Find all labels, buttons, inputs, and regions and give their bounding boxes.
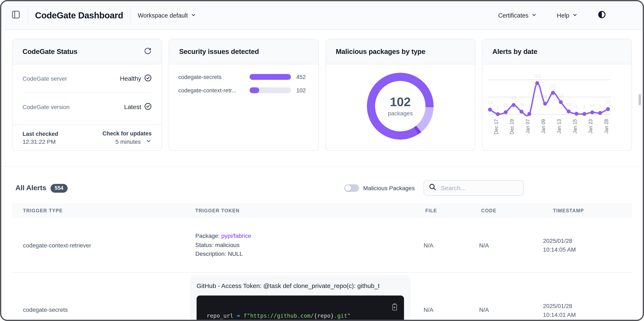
- chart-point: [551, 91, 555, 95]
- chart-point: [488, 108, 492, 112]
- chart-point-label: 11: [503, 103, 508, 108]
- chart-point: [574, 112, 578, 116]
- search-input[interactable]: [440, 184, 518, 192]
- alerts-line-chart: 24111481421615511163153210727Dec 17Dec 1…: [482, 64, 632, 150]
- packages-card-body: 102 packages: [326, 64, 475, 150]
- column-header-file: FILE: [425, 203, 437, 218]
- code-token-operator: =: [237, 313, 244, 319]
- malicious-packages-card: Malicious packages by type 102 packages: [325, 39, 476, 151]
- clipboard-copy-icon: [391, 303, 398, 312]
- security-issue-label: codegate-context-retr...: [178, 87, 250, 93]
- code-block: repo_url = f"https://github.com/{repo}.g…: [196, 295, 404, 321]
- table-row: codegate-secrets GitHub - Access Token: …: [12, 272, 632, 321]
- status-row-label: CodeGate version: [22, 103, 70, 110]
- chart-point: [559, 100, 562, 104]
- chart-x-tick: Jan 09: [540, 119, 546, 133]
- search-icon: [429, 184, 436, 192]
- security-card-header: Security issues detected: [169, 39, 318, 64]
- cell-file: N/A: [424, 272, 434, 313]
- donut-center-label: 102 packages: [367, 73, 434, 140]
- chart-x-tick: Jan 15: [572, 119, 578, 133]
- alerts-chart-body: 24111481421615511163153210727Dec 17Dec 1…: [482, 64, 632, 150]
- chart-point: [590, 110, 594, 114]
- search-box: [424, 180, 524, 196]
- header-divider: [130, 8, 131, 23]
- codegate-status-card: CodeGate Status CodeGate server Healthy: [12, 39, 162, 151]
- malicious-packages-toggle[interactable]: [344, 184, 359, 192]
- copy-code-button[interactable]: [391, 303, 398, 312]
- cell-trigger-token: Package: pypi/fabrice Status: malicious …: [195, 218, 251, 272]
- security-issue-bar: [250, 87, 291, 93]
- certificates-menu[interactable]: Certificates: [498, 12, 537, 19]
- chart-point: [543, 102, 547, 106]
- chart-point-label: 161: [533, 74, 541, 79]
- toggle-knob: [345, 185, 351, 191]
- security-issue-row: codegate-secrets452: [178, 70, 306, 84]
- cell-trigger-type: codegate-context-retriever: [23, 218, 91, 272]
- cell-timestamp: 2025/01/28 10:14:05 AM: [543, 218, 576, 272]
- last-checked-label: Last checked: [22, 131, 58, 137]
- chart-point: [606, 107, 610, 111]
- chart-point-label: 14: [519, 102, 524, 107]
- chart-x-tick: Dec 19: [509, 119, 514, 134]
- cell-timestamp: 2025/01/28 10:14:01 AM: [543, 272, 576, 319]
- chevron-down-icon: [191, 12, 196, 19]
- package-link[interactable]: pypi/fabrice: [222, 233, 251, 239]
- screenshot-stage: CodeGate Dashboard Workspace default Cer…: [0, 0, 644, 321]
- last-checked-value: 12:31:22 PM: [22, 138, 58, 145]
- check-updates-select[interactable]: 5 minutes: [102, 138, 152, 145]
- chart-point-label: 2: [528, 104, 530, 109]
- status-card-body: CodeGate server Healthy CodeGate version: [12, 64, 162, 150]
- code-token-plain: repo_url: [206, 313, 237, 319]
- check-circle-icon: [144, 103, 152, 111]
- theme-toggle-button[interactable]: [598, 11, 606, 20]
- token-line: Package: pypi/fabrice: [195, 232, 251, 241]
- alerts-count-badge: 554: [50, 184, 68, 193]
- cell-code: N/A: [479, 218, 489, 272]
- security-issue-bar-fill: [250, 87, 259, 93]
- status-row-value: Healthy: [120, 75, 141, 82]
- security-issue-row: codegate-context-retr...102: [178, 84, 306, 97]
- refresh-button[interactable]: [144, 47, 152, 56]
- check-updates-value: 5 minutes: [116, 138, 141, 145]
- security-issue-value: 452: [291, 74, 306, 80]
- chart-point: [520, 110, 524, 114]
- chevron-down-icon: [146, 138, 152, 145]
- chart-point-label: 3: [575, 104, 578, 109]
- code-line: repo_url = f"https://github.com/{repo}.g…: [206, 313, 394, 319]
- status-card-header: CodeGate Status: [12, 39, 162, 64]
- cell-code: N/A: [479, 272, 489, 313]
- refresh-icon: [144, 47, 152, 56]
- help-menu-label: Help: [557, 12, 569, 19]
- code-token-string: f"https://github.com/: [244, 313, 314, 319]
- chart-point-label: 10: [590, 103, 594, 108]
- chart-x-tick: Jan 23: [588, 119, 593, 133]
- chart-x-tick: Jan 28: [604, 119, 609, 133]
- workspace-selector-label: Workspace default: [138, 12, 188, 19]
- sidebar-toggle-button[interactable]: [11, 10, 20, 21]
- status-row-server: CodeGate server Healthy: [22, 64, 152, 93]
- chart-x-tick: Jan 07: [525, 119, 530, 133]
- cell-file: N/A: [424, 218, 434, 272]
- table-header-row: TRIGGER TYPE TRIGGER TOKEN FILE CODE TIM…: [12, 203, 632, 218]
- chart-line: [490, 83, 608, 116]
- chart-point-label: 15: [566, 102, 571, 107]
- help-menu[interactable]: Help: [557, 12, 578, 19]
- chart-point: [504, 110, 508, 114]
- column-header-timestamp: TIMESTAMP: [553, 203, 584, 218]
- status-row-version: CodeGate version Latest: [22, 93, 152, 121]
- chart-point: [512, 103, 516, 107]
- chart-point: [566, 109, 570, 113]
- workspace-selector[interactable]: Workspace default: [138, 12, 196, 19]
- packages-card-title: Malicious packages by type: [336, 48, 426, 56]
- header-right-nav: Certificates Help: [498, 11, 606, 20]
- security-card-body: codegate-secrets452codegate-context-retr…: [169, 64, 318, 150]
- chart-point: [535, 81, 539, 85]
- chart-x-tick: Jan 13: [556, 119, 562, 133]
- vertical-scrollbar-thumb[interactable]: [638, 94, 641, 105]
- app-window: CodeGate Dashboard Workspace default Cer…: [0, 0, 644, 321]
- security-issues-card: Security issues detected codegate-secret…: [169, 39, 319, 151]
- chart-point-label: 27: [606, 99, 610, 105]
- alerts-section-title: All Alerts: [16, 184, 46, 192]
- alerts-toolbar: All Alerts 554 Malicious Packages: [12, 179, 632, 197]
